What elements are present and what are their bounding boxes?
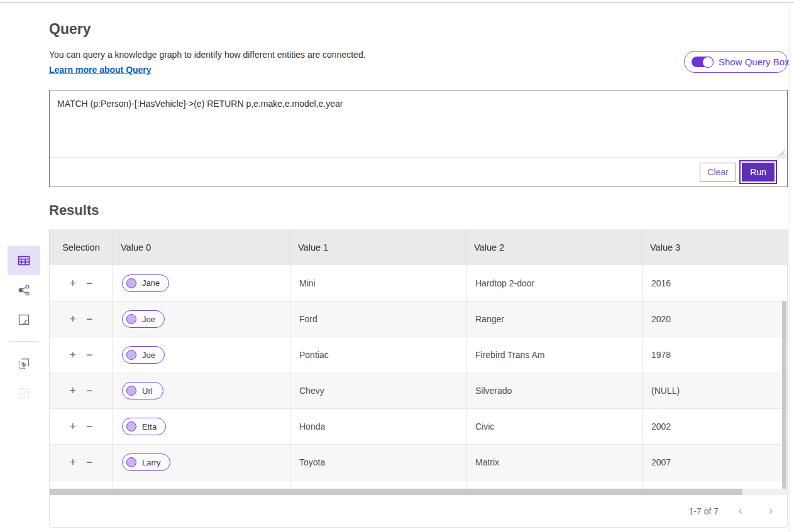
expand-selection-button[interactable]: + xyxy=(69,313,76,325)
entity-node-icon xyxy=(126,421,136,432)
page-description: You can query a knowledge graph to ident… xyxy=(49,50,366,60)
column-header-selection[interactable]: Selection xyxy=(50,229,113,265)
next-page-button[interactable] xyxy=(763,503,779,519)
add-to-map-icon xyxy=(16,356,31,371)
table-row: + − Etta Honda Civic 2002 xyxy=(50,408,787,444)
top-panel-divider xyxy=(0,2,794,3)
selection-cell: + − xyxy=(50,301,113,337)
entity-node-icon xyxy=(126,386,136,396)
value1-cell: Mini xyxy=(290,265,466,301)
column-header-value0[interactable]: Value 0 xyxy=(113,229,290,265)
value2-cell: Matrix xyxy=(466,445,642,480)
page-title: Query xyxy=(49,21,91,38)
remove-selection-button[interactable]: − xyxy=(86,349,93,361)
pagination-range: 1-7 of 7 xyxy=(689,506,719,516)
toggle-switch-icon[interactable] xyxy=(692,57,714,67)
resize-grip-icon[interactable] xyxy=(778,149,785,157)
link-chart-view-icon xyxy=(16,283,31,298)
entity-name: Joe xyxy=(142,315,155,324)
entity-pill[interactable]: Jane xyxy=(122,274,169,292)
value3-cell: 1978 xyxy=(642,337,787,372)
value1-cell: Ford xyxy=(290,301,466,337)
selection-cell: + − xyxy=(50,373,113,408)
column-header-value3[interactable]: Value 3 xyxy=(642,229,787,265)
entity-cell: Etta xyxy=(113,409,290,444)
sidebar-item-link-chart-view[interactable] xyxy=(8,275,40,305)
sidebar-divider xyxy=(9,341,38,342)
entity-name: Etta xyxy=(142,422,157,432)
entity-pill[interactable]: Etta xyxy=(122,418,166,435)
entity-name: Jane xyxy=(142,278,160,288)
remove-selection-button[interactable]: − xyxy=(86,278,93,289)
sidebar-item-selection-view xyxy=(8,378,40,408)
entity-node-icon xyxy=(126,314,136,324)
expand-selection-button[interactable]: + xyxy=(69,349,76,361)
clear-button[interactable]: Clear xyxy=(700,163,736,182)
table-row: + − Joe Ford Ranger 2020 xyxy=(50,301,787,337)
sidebar-item-map-view[interactable] xyxy=(8,305,40,334)
table-row: + − Larry Toyota Matrix 2007 xyxy=(50,444,787,480)
sidebar-item-table-view[interactable] xyxy=(8,246,40,275)
table-view-icon xyxy=(16,253,31,268)
results-view-sidebar xyxy=(8,246,40,408)
chevron-right-icon xyxy=(766,507,775,516)
expand-selection-button[interactable]: + xyxy=(69,457,76,468)
table-header-row: Selection Value 0 Value 1 Value 2 Value … xyxy=(50,229,787,265)
value1-cell: Honda xyxy=(290,409,466,444)
selection-cell: + − xyxy=(50,445,113,480)
previous-page-button[interactable] xyxy=(732,503,749,519)
entity-cell: Jane xyxy=(113,265,290,301)
entity-pill[interactable]: Joe xyxy=(122,346,165,364)
entity-cell: Larry xyxy=(113,445,290,480)
value3-cell: 2007 xyxy=(642,445,787,480)
horizontal-scrollbar-thumb[interactable] xyxy=(50,489,742,495)
selection-cell xyxy=(50,480,113,489)
entity-name: Joe xyxy=(142,350,155,360)
learn-more-link[interactable]: Learn more about Query xyxy=(49,65,152,75)
value3-cell: 2002 xyxy=(642,409,787,444)
table-row: + − Uri Chevy Silverado (NULL) xyxy=(50,372,787,408)
value1-cell xyxy=(290,480,466,489)
query-page: Query You can query a knowledge graph to… xyxy=(0,0,794,532)
selection-cell: + − xyxy=(50,409,113,444)
pagination-bar: 1-7 of 7 xyxy=(50,495,787,527)
remove-selection-button[interactable]: − xyxy=(86,421,93,432)
results-title: Results xyxy=(49,202,99,219)
entity-cell: Joe xyxy=(113,337,290,372)
toggle-label: Show Query Box xyxy=(719,57,790,67)
horizontal-scrollbar[interactable] xyxy=(50,489,787,495)
remove-selection-button[interactable]: − xyxy=(86,385,93,396)
selection-cell: + − xyxy=(50,265,113,301)
run-button[interactable]: Run xyxy=(742,163,775,182)
show-query-box-toggle[interactable]: Show Query Box xyxy=(684,51,788,73)
value3-cell: 2016 xyxy=(642,265,787,301)
entity-pill[interactable]: Joe xyxy=(122,310,165,328)
selection-view-icon xyxy=(16,386,31,401)
value1-cell: Toyota xyxy=(290,445,466,480)
entity-name: Uri xyxy=(142,386,153,396)
value1-cell: Chevy xyxy=(290,373,466,408)
remove-selection-button[interactable]: − xyxy=(86,313,93,325)
table-row-partial xyxy=(50,480,787,489)
vertical-scrollbar[interactable] xyxy=(782,301,786,489)
chevron-left-icon xyxy=(736,507,745,516)
expand-selection-button[interactable]: + xyxy=(69,278,76,289)
sidebar-item-add-to-map[interactable] xyxy=(8,349,40,378)
expand-selection-button[interactable]: + xyxy=(69,385,76,396)
entity-pill[interactable]: Larry xyxy=(122,453,170,471)
column-header-value2[interactable]: Value 2 xyxy=(466,229,642,265)
value1-cell: Pontiac xyxy=(290,337,466,372)
expand-selection-button[interactable]: + xyxy=(69,421,76,432)
value2-cell: Hardtop 2-door xyxy=(466,265,642,301)
entity-pill[interactable]: Uri xyxy=(122,382,163,399)
column-header-value1[interactable]: Value 1 xyxy=(290,229,466,265)
value2-cell: Civic xyxy=(466,409,642,444)
results-table-card: Selection Value 0 Value 1 Value 2 Value … xyxy=(49,229,788,528)
value3-cell: (NULL) xyxy=(642,373,787,408)
value3-cell: 2020 xyxy=(642,301,787,337)
remove-selection-button[interactable]: − xyxy=(86,457,93,468)
query-input[interactable]: MATCH (p:Person)-[:HasVehicle]->(e) RETU… xyxy=(50,90,787,158)
value2-cell: Firebird Trans Am xyxy=(466,337,642,372)
entity-node-icon xyxy=(126,350,136,360)
table-row: + − Joe Pontiac Firebird Trans Am 1978 xyxy=(50,337,787,372)
